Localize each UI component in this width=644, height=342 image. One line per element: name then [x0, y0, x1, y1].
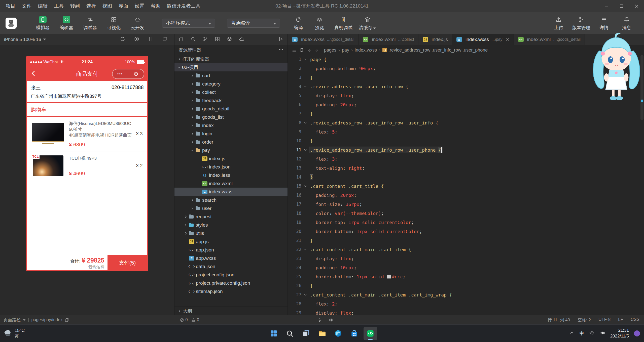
- code-line-17[interactable]: 17 font-size: 36rpx;: [288, 200, 644, 209]
- code-line-2[interactable]: 2 padding-bottom: 90rpx;: [288, 64, 644, 73]
- code-line-26[interactable]: 26}: [288, 281, 644, 290]
- tree-item-app.json[interactable]: {..}app.json: [174, 246, 288, 254]
- toolbar-preview-button[interactable]: 预览: [310, 16, 329, 31]
- tree-item-collect[interactable]: collect: [174, 88, 288, 96]
- record-icon[interactable]: [134, 36, 139, 43]
- files-icon[interactable]: [178, 36, 184, 43]
- taskbar-app-edge[interactable]: [331, 327, 345, 340]
- cart-item-1[interactable]: TCLTCL电视 49P3¥ 4699X 2: [27, 151, 147, 180]
- code-line-29[interactable]: 29 display: flex;: [288, 308, 644, 315]
- preview-icon[interactable]: [329, 318, 334, 322]
- address-block[interactable]: 张三 020-81167888 广东省广州市海珠区新港中路397号: [27, 81, 147, 103]
- menu-item-7[interactable]: 界面: [115, 0, 131, 12]
- more-icon[interactable]: [340, 318, 345, 322]
- tab-index.wxss-0[interactable]: ≡index.wxss...\goods_detail: [288, 34, 359, 45]
- code-line-19[interactable]: 19 border-top: 1rpx solid currentColor;: [288, 218, 644, 227]
- encoding[interactable]: UTF-8: [598, 317, 611, 323]
- tree-item-index.wxml[interactable]: <>index.wxml: [174, 179, 288, 188]
- breadcrumb-symbol[interactable]: {}.revice_address_row .user_info_row .us…: [382, 48, 488, 53]
- tree-item-project.config.json[interactable]: {..}project.config.json: [174, 271, 288, 279]
- tree-item-goods_list[interactable]: goods_list: [174, 113, 288, 121]
- taskbar-app-start[interactable]: [267, 327, 280, 340]
- menu-item-8[interactable]: 设置: [131, 0, 148, 12]
- code-line-10[interactable]: 10}: [288, 136, 644, 145]
- tray-expand-icon[interactable]: [569, 330, 575, 337]
- menu-item-3[interactable]: 工具: [51, 0, 67, 12]
- mode-select[interactable]: 小程序模式: [162, 19, 215, 28]
- outline-section[interactable]: 大纲: [174, 307, 288, 315]
- tree-item-index.json[interactable]: {..}index.json: [174, 163, 288, 171]
- menu-item-0[interactable]: 项目: [3, 0, 19, 12]
- exit-mini-program-button[interactable]: [128, 71, 144, 77]
- code-line-15[interactable]: 15.cart_content .cart_title {: [288, 182, 644, 191]
- menu-item-5[interactable]: 选择: [83, 0, 99, 12]
- toolbar-messages-button[interactable]: 消息: [616, 16, 637, 31]
- tree-item-app.wxss[interactable]: ≡app.wxss: [174, 254, 288, 262]
- tab-index.wxss-3[interactable]: ≡index.wxss...\pay: [452, 34, 514, 45]
- scrollbar-thumb[interactable]: [640, 55, 643, 120]
- tree-item-index.less[interactable]: {}index.less: [174, 171, 288, 179]
- close-tab-icon[interactable]: [506, 38, 510, 41]
- code-line-25[interactable]: 25 border-bottom: 1rpx solid #ccc;: [288, 272, 644, 281]
- tree-item-feedback[interactable]: feedback: [174, 96, 288, 105]
- scrollbar[interactable]: [640, 55, 644, 315]
- code-line-12[interactable]: 12 flex: 3;: [288, 154, 644, 163]
- notification-badge[interactable]: [634, 330, 640, 336]
- volume-icon[interactable]: [600, 330, 605, 337]
- cursor-position[interactable]: 行 11, 列 49: [548, 317, 570, 323]
- page-path-group[interactable]: 页面路径 | pages/pay/index: [0, 317, 69, 323]
- code-line-27[interactable]: 27.cart_content .cart_main .cart_item .c…: [288, 290, 644, 299]
- tree-item-styles[interactable]: styles: [174, 221, 288, 229]
- toolbar-compile-button[interactable]: 编译: [289, 16, 308, 31]
- taskbar-app-store[interactable]: [347, 327, 361, 340]
- weather-widget[interactable]: 15°C 雾: [0, 328, 25, 339]
- taskbar-app-file-explorer[interactable]: [315, 327, 329, 340]
- menu-item-6[interactable]: 视图: [99, 0, 115, 12]
- breadcrumb-pay[interactable]: pay: [342, 48, 349, 53]
- taskbar-app-task-view[interactable]: [299, 327, 313, 340]
- code-line-22[interactable]: 22.cart_content .cart_main .cart_item {: [288, 245, 644, 254]
- cloud-icon[interactable]: [239, 36, 244, 43]
- toolbar-details-button[interactable]: 详情: [594, 16, 614, 31]
- toolbar-debugger-button[interactable]: 调试器: [80, 16, 100, 31]
- language-mode[interactable]: CSS: [631, 317, 639, 323]
- code-line-20[interactable]: 20 border-bottom: 1rpx solid currentColo…: [288, 227, 644, 236]
- cart-item-0[interactable]: 海信(Hisense)LED50MU8600UC 50英寸 4K超高清智能电视 …: [27, 117, 147, 151]
- tree-item-request[interactable]: request: [174, 212, 288, 221]
- tree-item-search[interactable]: search: [174, 196, 288, 204]
- toolbar-device-debug-button[interactable]: 真机调试: [331, 16, 356, 31]
- menu-item-1[interactable]: 文件: [19, 0, 35, 12]
- toolbar-clear-cache-button[interactable]: 清缓存: [357, 16, 377, 31]
- tab-index.wxml-1[interactable]: <>index.wxml...\collect: [359, 34, 418, 45]
- device-icon[interactable]: [148, 36, 154, 43]
- tree-item-order[interactable]: order: [174, 138, 288, 146]
- eol-type[interactable]: LF: [618, 317, 623, 323]
- package-icon[interactable]: [227, 36, 232, 43]
- tree-item-index.wxss[interactable]: ≡index.wxss: [174, 188, 288, 196]
- more-menu-button[interactable]: •••: [113, 69, 128, 79]
- breadcrumb-index.wxss[interactable]: index.wxss: [355, 48, 377, 53]
- tree-item-sitemap.json[interactable]: {..}sitemap.json: [174, 287, 288, 295]
- toolbar-version-button[interactable]: 版本管理: [571, 16, 592, 31]
- toolbar-upload-button[interactable]: 上传: [548, 16, 569, 31]
- code-editor[interactable]: 1page {2 padding-bottom: 90rpx;3}4.revic…: [288, 55, 644, 315]
- toolbar-editor-button[interactable]: 编辑器: [56, 16, 77, 31]
- tree-item-index.js[interactable]: JSindex.js: [174, 154, 288, 163]
- code-line-5[interactable]: 5 display: flex;: [288, 91, 644, 100]
- bookmark-icon[interactable]: [298, 48, 305, 53]
- back-icon[interactable]: [30, 70, 37, 78]
- breadcrumb-pages[interactable]: pages: [324, 48, 336, 53]
- code-line-8[interactable]: 8.revice_address_row .user_info_row .use…: [288, 118, 644, 127]
- outline-list-icon[interactable]: [290, 48, 298, 53]
- maximize-button[interactable]: [614, 0, 629, 12]
- code-line-16[interactable]: 16 padding: 20rpx;: [288, 191, 644, 200]
- tab-index.wxml-4[interactable]: <>index.wxml...\goods_detail: [514, 34, 585, 45]
- compile-mode-select[interactable]: 普通编译: [227, 19, 280, 28]
- minimize-button[interactable]: [599, 0, 614, 12]
- code-line-28[interactable]: 28 flex: 2;: [288, 299, 644, 308]
- toolbar-simulator-button[interactable]: 模拟器: [33, 16, 53, 31]
- tree-item-cart[interactable]: cart: [174, 71, 288, 80]
- navigate-back-icon[interactable]: [305, 48, 313, 53]
- code-line-21[interactable]: 21}: [288, 236, 644, 245]
- user-avatar[interactable]: [6, 18, 17, 29]
